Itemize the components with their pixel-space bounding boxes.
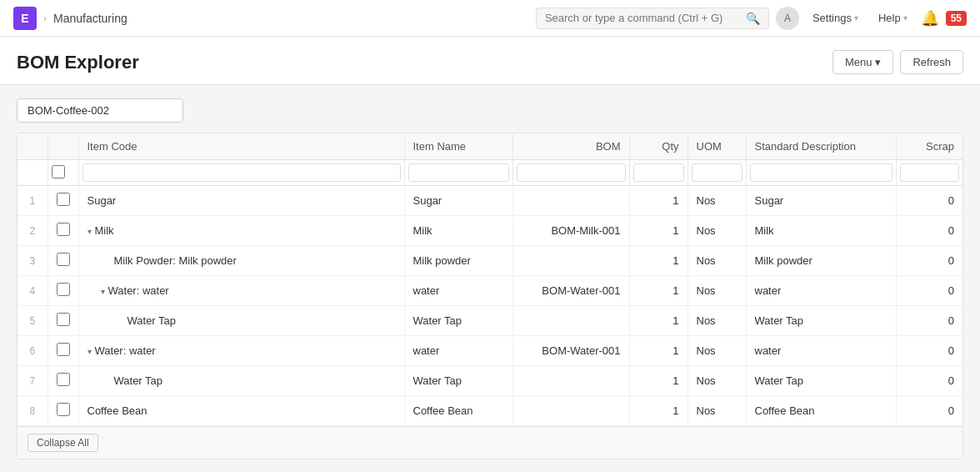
- row-bom: [512, 396, 629, 426]
- filter-std-desc[interactable]: [750, 163, 892, 182]
- main-content: Item Code Item Name BOM Qty UOM Standard…: [0, 85, 980, 472]
- row-bom: [512, 366, 629, 396]
- col-header-item-code: Item Code: [78, 133, 404, 160]
- row-std-desc: Coffee Bean: [746, 396, 896, 426]
- row-qty: 1: [629, 396, 688, 426]
- row-checkbox[interactable]: [57, 283, 70, 296]
- row-item-code: Milk Powder: Milk powder: [78, 246, 404, 276]
- breadcrumb-chevron: ›: [43, 13, 47, 24]
- col-header-bom: BOM: [512, 133, 629, 160]
- row-item-code: ▾Water: water: [78, 336, 404, 366]
- avatar: A: [776, 7, 799, 30]
- row-item-name: Water Tap: [404, 306, 512, 336]
- filter-item-name[interactable]: [408, 163, 509, 182]
- filter-scrap[interactable]: [900, 163, 960, 182]
- col-header-uom: UOM: [688, 133, 746, 160]
- table-row: 1SugarSugar1NosSugar0: [18, 186, 962, 216]
- filter-uom[interactable]: [692, 163, 742, 182]
- row-uom: Nos: [688, 336, 746, 366]
- row-item-name: Milk powder: [404, 246, 512, 276]
- table-row: 3Milk Powder: Milk powderMilk powder1Nos…: [18, 246, 962, 276]
- row-uom: Nos: [688, 246, 746, 276]
- row-uom: Nos: [688, 396, 746, 426]
- row-item-code: Sugar: [78, 186, 404, 216]
- table-row: 4▾Water: waterwaterBOM-Water-0011Noswate…: [18, 276, 962, 306]
- app-icon[interactable]: E: [13, 7, 37, 30]
- filter-item-code[interactable]: [82, 163, 401, 182]
- row-number: 5: [18, 306, 48, 336]
- row-item-name: Water Tap: [404, 366, 512, 396]
- search-icon: 🔍: [746, 12, 760, 25]
- row-number: 3: [18, 246, 48, 276]
- row-std-desc: water: [746, 336, 896, 366]
- header-actions: Menu ▾ Refresh: [832, 50, 963, 74]
- row-qty: 1: [629, 336, 688, 366]
- row-std-desc: Water Tap: [746, 306, 896, 336]
- page-header: BOM Explorer Menu ▾ Refresh: [0, 37, 980, 85]
- row-item-name: water: [404, 276, 512, 306]
- row-item-code: ▾Milk: [78, 216, 404, 246]
- row-bom: [512, 186, 629, 216]
- row-scrap: 0: [896, 396, 962, 426]
- row-uom: Nos: [688, 186, 746, 216]
- page-title: BOM Explorer: [17, 52, 139, 73]
- row-std-desc: Sugar: [746, 186, 896, 216]
- row-checkbox[interactable]: [57, 343, 70, 356]
- row-number: 2: [18, 216, 48, 246]
- row-checkbox[interactable]: [57, 313, 70, 326]
- collapse-icon[interactable]: ▾: [101, 287, 105, 296]
- row-uom: Nos: [688, 216, 746, 246]
- module-label: Manufacturing: [53, 12, 128, 25]
- filter-bom[interactable]: [517, 163, 626, 182]
- help-chevron-icon: ▾: [903, 13, 908, 23]
- row-item-name: water: [404, 336, 512, 366]
- bom-input[interactable]: [17, 98, 183, 123]
- collapse-icon[interactable]: ▾: [88, 347, 92, 356]
- table-row: 2▾MilkMilkBOM-Milk-0011NosMilk0: [18, 216, 962, 246]
- notification-icon[interactable]: 🔔: [921, 9, 939, 28]
- bom-input-row: [17, 98, 963, 123]
- collapse-icon[interactable]: ▾: [88, 227, 92, 236]
- row-checkbox[interactable]: [57, 223, 70, 236]
- row-checkbox[interactable]: [57, 193, 70, 206]
- row-bom: BOM-Water-001: [512, 336, 629, 366]
- row-checkbox[interactable]: [57, 253, 70, 266]
- search-bar[interactable]: 🔍: [536, 8, 769, 29]
- row-checkbox[interactable]: [57, 403, 70, 416]
- row-number: 4: [18, 276, 48, 306]
- table-row: 6▾Water: waterwaterBOM-Water-0011Noswate…: [18, 336, 962, 366]
- help-button[interactable]: Help ▾: [872, 8, 914, 28]
- row-number: 8: [18, 396, 48, 426]
- row-number: 6: [18, 336, 48, 366]
- filter-qty[interactable]: [633, 163, 684, 182]
- row-qty: 1: [629, 366, 688, 396]
- row-number: 7: [18, 366, 48, 396]
- col-header-scrap: Scrap: [896, 133, 962, 160]
- row-uom: Nos: [688, 276, 746, 306]
- table-row: 8Coffee BeanCoffee Bean1NosCoffee Bean0: [18, 396, 962, 426]
- row-std-desc: Milk: [746, 216, 896, 246]
- row-std-desc: water: [746, 276, 896, 306]
- row-bom: BOM-Water-001: [512, 276, 629, 306]
- menu-button[interactable]: Menu ▾: [832, 50, 894, 74]
- refresh-button[interactable]: Refresh: [900, 50, 963, 74]
- row-std-desc: Water Tap: [746, 366, 896, 396]
- table-row: 5Water TapWater Tap1NosWater Tap0: [18, 306, 962, 336]
- row-item-code: Water Tap: [78, 306, 404, 336]
- row-qty: 1: [629, 246, 688, 276]
- row-number: 1: [18, 186, 48, 216]
- row-scrap: 0: [896, 306, 962, 336]
- row-checkbox[interactable]: [57, 373, 70, 386]
- row-qty: 1: [629, 306, 688, 336]
- row-bom: BOM-Milk-001: [512, 216, 629, 246]
- row-scrap: 0: [896, 336, 962, 366]
- row-bom: [512, 306, 629, 336]
- collapse-all-button[interactable]: Collapse All: [28, 434, 98, 452]
- row-uom: Nos: [688, 306, 746, 336]
- table-row: 7Water TapWater Tap1NosWater Tap0: [18, 366, 962, 396]
- settings-button[interactable]: Settings ▾: [806, 8, 865, 28]
- row-qty: 1: [629, 216, 688, 246]
- select-all-checkbox[interactable]: [52, 165, 65, 178]
- search-input[interactable]: [545, 12, 741, 24]
- col-header-item-name: Item Name: [404, 133, 512, 160]
